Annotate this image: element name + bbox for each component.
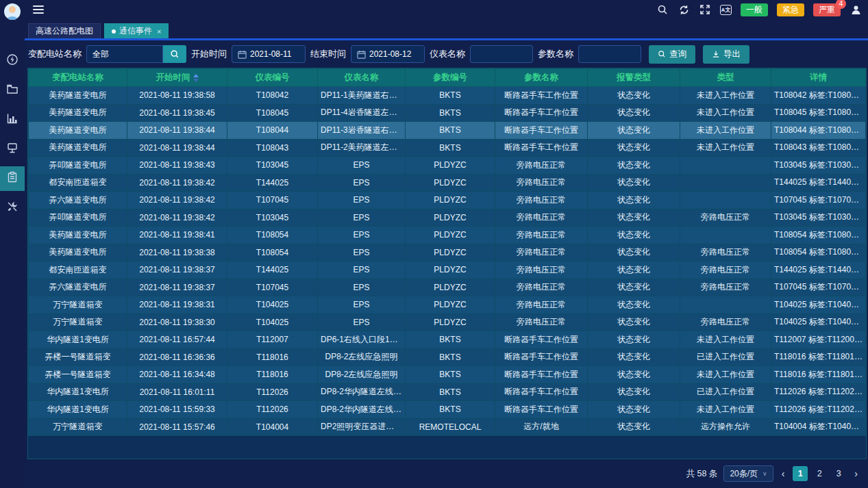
tab-close-icon[interactable]: × <box>157 27 161 36</box>
table-row[interactable]: 弄六隧道变电所2021-08-11 19:38:42T107045EPSPLDY… <box>29 192 866 209</box>
table-cell <box>680 296 771 314</box>
table-row[interactable]: 弄楼一号隧道箱变2021-08-11 16:36:36T118016DP8-2左… <box>29 348 866 366</box>
sidebar-item-monitor[interactable] <box>0 137 25 162</box>
table-row[interactable]: 美药隧道变电所2021-08-11 19:38:41T108054EPSPLDY… <box>29 227 866 244</box>
table-row[interactable]: 华内隧道1变电所2021-08-11 16:57:44T112007DP6-1右… <box>29 331 866 349</box>
table-cell: 华内隧道1变电所 <box>29 331 127 349</box>
refresh-icon[interactable] <box>678 3 690 16</box>
column-header-label: 参数名称 <box>524 73 558 82</box>
table-cell: PLDYZC <box>406 209 495 227</box>
table-cell: PLDYZC <box>406 296 495 314</box>
search-icon <box>658 50 666 58</box>
column-header-label: 仪表编号 <box>256 73 290 82</box>
table-cell: 2021-08-11 19:38:44 <box>127 139 227 157</box>
button-label: 查询 <box>669 49 686 60</box>
page-number-button[interactable]: 3 <box>831 466 846 481</box>
table-cell: 华内隧道1变电所 <box>29 401 127 419</box>
table-row[interactable]: 万宁隧道箱变2021-08-11 15:57:46T104004DP2照明变压器… <box>29 418 866 436</box>
column-header[interactable]: 开始时间 <box>127 69 227 87</box>
alarm-badge-critical[interactable]: 严重 4 <box>813 3 841 16</box>
pagination-bar: 共 58 条 20条/页 ∨ ‹ 123 › <box>27 459 867 488</box>
table-cell: 美药隧道变电所 <box>29 227 127 244</box>
table-cell: 断路器手车工作位置 <box>495 366 588 384</box>
table-cell <box>680 192 771 209</box>
table-cell: 旁路电压正常 <box>495 296 588 314</box>
calendar-icon <box>357 50 366 59</box>
table-row[interactable]: 弄叩隧道变电所2021-08-11 19:38:43T103045EPSPLDY… <box>29 157 866 175</box>
table-cell: 旁路电压正常 <box>495 209 588 227</box>
start-date-input[interactable] <box>250 49 305 59</box>
table-cell: 2021-08-11 19:38:37 <box>127 279 227 296</box>
user-icon[interactable] <box>850 3 862 16</box>
tools-icon <box>6 201 18 216</box>
page-number-button[interactable]: 1 <box>793 466 808 481</box>
sidebar-item-chart[interactable] <box>0 107 25 132</box>
alarm-badge-general[interactable]: 一般 <box>741 3 768 16</box>
table-cell: EPS <box>318 313 406 331</box>
end-time-label: 结束时间 <box>310 48 346 60</box>
sort-icon[interactable] <box>193 74 199 82</box>
table-cell: T104025 标签:T104025 ... <box>771 296 866 314</box>
page-size-select[interactable]: 20条/页 ∨ <box>723 465 773 482</box>
fullscreen-icon[interactable] <box>699 3 711 16</box>
table-row[interactable]: 美药隧道变电所2021-08-11 19:38:38T108054EPSPLDY… <box>29 244 866 261</box>
table-cell: DP8-2华内隧道左线基本... <box>318 401 406 419</box>
folder-icon <box>6 83 18 98</box>
station-search-button[interactable] <box>163 45 186 63</box>
column-header-label: 详情 <box>810 73 827 82</box>
search-icon[interactable] <box>656 3 669 16</box>
table-row[interactable]: 万宁隧道箱变2021-08-11 19:38:30T104025EPSPLDYZ… <box>29 313 866 331</box>
table-row[interactable]: 美药隧道变电所2021-08-11 19:38:44T108043DP11-2美… <box>29 139 866 157</box>
tab-power-diagram[interactable]: 高速公路配电图 <box>28 23 101 38</box>
table-cell: 万宁隧道箱变 <box>29 418 127 436</box>
user-avatar[interactable] <box>4 3 21 20</box>
column-header: 参数编号 <box>406 69 495 87</box>
prev-page-button[interactable]: ‹ <box>780 468 787 479</box>
table-cell: 状态变化 <box>588 227 680 244</box>
table-cell: 都安南匝道箱变 <box>29 261 127 279</box>
end-date-field[interactable] <box>351 45 425 63</box>
table-cell: 旁路电压正常 <box>495 157 588 175</box>
table-cell: REMOTELOCAL <box>406 418 495 436</box>
query-button[interactable]: 查询 <box>649 45 695 64</box>
table-row[interactable]: 弄六隧道变电所2021-08-11 19:38:37T107045EPSPLDY… <box>29 279 866 296</box>
menu-collapse-icon[interactable] <box>33 3 44 16</box>
sidebar-item-folder[interactable] <box>0 78 25 103</box>
table-row[interactable]: 弄楼一号隧道箱变2021-08-11 16:34:48T118016DP8-2左… <box>29 366 866 384</box>
table-cell: BKTS <box>406 348 495 366</box>
sidebar-item-clipboard[interactable] <box>0 166 25 191</box>
export-button[interactable]: 导出 <box>703 45 749 64</box>
table-row[interactable]: 华内隧道1变电所2021-08-11 15:59:33T112026DP8-2华… <box>29 401 866 419</box>
bar-chart-icon <box>6 112 18 127</box>
table-row[interactable]: 弄叩隧道变电所2021-08-11 19:38:42T103045EPSPLDY… <box>29 209 866 227</box>
table-cell: DP8-2华内隧道左线基本... <box>318 383 406 401</box>
topbar-actions: A文 一般 紧急 严重 4 <box>656 3 862 16</box>
translate-icon[interactable]: A文 <box>720 5 732 15</box>
meter-name-input[interactable] <box>470 45 533 63</box>
table-cell: 状态变化 <box>588 104 680 122</box>
alarm-badge-urgent[interactable]: 紧急 <box>777 3 804 16</box>
table-row[interactable]: 美药隧道变电所2021-08-11 19:38:58T108042DP11-1美… <box>29 87 866 105</box>
end-date-input[interactable] <box>369 49 424 59</box>
page-number-button[interactable]: 2 <box>812 466 827 481</box>
station-input[interactable] <box>86 45 163 63</box>
column-header: 仪表编号 <box>227 69 318 87</box>
tab-comm-events[interactable]: 通信事件 × <box>104 23 169 38</box>
table-row[interactable]: 都安南匝道箱变2021-08-11 19:38:42T144025EPSPLDY… <box>29 174 866 192</box>
table-cell: 状态变化 <box>588 244 680 261</box>
sidebar-item-tools[interactable] <box>0 196 25 220</box>
table-row[interactable]: 华内隧道1变电所2021-08-11 16:01:11T112026DP8-2华… <box>29 383 866 401</box>
table-row[interactable]: 美药隧道变电所2021-08-11 19:38:44T108044DP11-3岩… <box>29 122 866 140</box>
next-page-button[interactable]: › <box>852 468 860 479</box>
table-cell: EPS <box>318 209 406 227</box>
param-name-input[interactable] <box>578 45 641 63</box>
column-header-label: 参数编号 <box>433 73 467 82</box>
table-row[interactable]: 万宁隧道箱变2021-08-11 19:38:31T104025EPSPLDYZ… <box>29 296 866 314</box>
sidebar-item-energy[interactable] <box>0 49 25 73</box>
page-number-list: 123 <box>793 466 846 481</box>
table-cell: EPS <box>318 244 406 261</box>
table-row[interactable]: 都安南匝道箱变2021-08-11 19:38:37T144025EPSPLDY… <box>29 261 866 279</box>
start-date-field[interactable] <box>232 45 306 63</box>
table-cell: T144025 <box>227 261 318 279</box>
table-row[interactable]: 美药隧道变电所2021-08-11 19:38:45T108045DP11-4岩… <box>29 104 866 122</box>
